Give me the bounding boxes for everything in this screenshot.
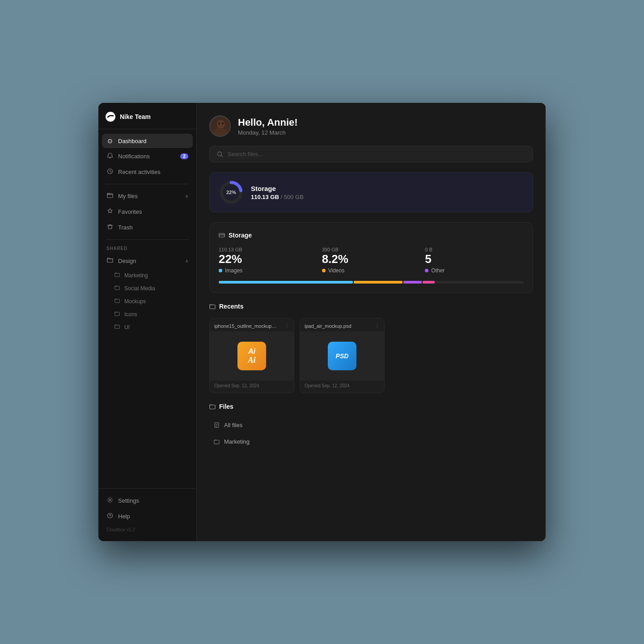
svg-point-11 (217, 120, 225, 129)
sidebar-sub-item-label-ui: UI (124, 324, 130, 330)
sidebar-item-favorites[interactable]: Favorites (102, 204, 193, 219)
svg-rect-3 (115, 286, 119, 290)
my-files-chevron: ∨ (185, 194, 188, 199)
trash-icon (106, 224, 114, 231)
sidebar-item-label-myfiles: My files (118, 193, 138, 199)
recents-section: Recents iphone15_outline_mockup.ai ⋮ Ai (209, 303, 533, 393)
search-icon (217, 151, 223, 157)
videos-dot (322, 269, 326, 272)
sidebar-item-notifications[interactable]: Notifications 2 (102, 149, 193, 164)
folder-icon-files (209, 403, 216, 410)
all-files-label: All files (224, 422, 242, 428)
sidebar-item-design[interactable]: Design ∧ (102, 254, 193, 268)
videos-label: Videos (328, 267, 344, 274)
psd-file-icon: PSD (328, 342, 356, 370)
file-menu-psd[interactable]: ⋮ (375, 323, 380, 329)
svg-rect-20 (210, 405, 215, 409)
file-card-ai[interactable]: iphone15_outline_mockup.ai ⋮ Ai Opened S… (209, 318, 294, 393)
stat-videos-gb: 390 GB (322, 247, 421, 252)
folder-icon-icons (114, 311, 120, 318)
svg-rect-5 (115, 312, 119, 316)
recents-title: Recents (219, 303, 243, 310)
sidebar-sub-item-ui[interactable]: UI (102, 321, 193, 333)
file-opened-ai: Opened Sep. 12, 2024 (210, 381, 294, 393)
stat-other-type: Other (425, 267, 524, 274)
svg-point-9 (110, 517, 110, 517)
images-label: Images (225, 267, 242, 274)
greeting: Hello, Annie! Monday, 12 March (238, 117, 298, 136)
files-section: Files All files (209, 403, 533, 449)
sidebar-item-label-notifications: Notifications (118, 153, 150, 160)
file-menu-ai[interactable]: ⋮ (284, 323, 289, 329)
brand-name: Nike Team (120, 113, 151, 120)
svg-point-7 (109, 499, 111, 501)
file-card-header-ai: iphone15_outline_mockup.ai ⋮ (210, 318, 294, 331)
avatar-image (210, 115, 230, 137)
stat-other-gb: 0 B (425, 247, 524, 252)
bar-pink (423, 281, 435, 284)
sidebar-item-trash[interactable]: Trash (102, 220, 193, 235)
sidebar-item-dashboard[interactable]: ⊙ Dashboard (102, 134, 193, 148)
main-inner: Hello, Annie! Monday, 12 March Search fi… (197, 103, 546, 541)
svg-rect-1 (107, 194, 113, 198)
greeting-name: Hello, Annie! (238, 117, 298, 128)
sidebar-item-label-design: Design (118, 258, 136, 264)
donut-label: 22% (219, 180, 244, 205)
ai-file-icon: Ai (237, 342, 266, 370)
sidebar-sub-item-social-media[interactable]: Social Media (102, 282, 193, 294)
sidebar-sub-item-label-mockups: Mockups (124, 298, 146, 305)
recents-header: Recents (209, 303, 533, 310)
marketing-folder-icon (214, 439, 220, 445)
sidebar-item-label-dashboard: Dashboard (118, 138, 147, 144)
sidebar-item-label-settings: Settings (118, 497, 139, 504)
svg-rect-4 (115, 299, 119, 303)
stat-videos: 390 GB 8.2% Videos (322, 247, 421, 274)
sidebar-item-label-trash: Trash (118, 224, 133, 231)
file-name-psd: ipad_air_mockup.psd (305, 323, 352, 329)
sidebar-item-recent-activities[interactable]: Recent activities (102, 165, 193, 179)
design-chevron: ∧ (185, 258, 188, 263)
sidebar-shared-nav: Design ∧ Marketing (98, 254, 196, 333)
marketing-label: Marketing (224, 438, 250, 445)
shared-label: SHARED (98, 244, 196, 254)
folder-icon-mockups (114, 298, 120, 305)
notifications-badge: 2 (180, 153, 188, 159)
recents-grid: iphone15_outline_mockup.ai ⋮ Ai Opened S… (209, 318, 533, 393)
folder-icon-recents (209, 303, 216, 309)
sidebar-nav: ⊙ Dashboard Notifications 2 (98, 134, 196, 179)
folder-icon-design (106, 257, 114, 265)
sidebar-sub-item-label-icons: Icons (124, 311, 137, 318)
file-name-ai: iphone15_outline_mockup.ai (214, 323, 277, 329)
sidebar-item-label-favorites: Favorites (118, 208, 142, 215)
images-dot (219, 269, 222, 272)
star-icon (106, 208, 114, 216)
sidebar-footer: Settings Help (98, 488, 196, 524)
svg-rect-22 (214, 440, 219, 444)
sidebar-sub-item-mockups[interactable]: Mockups (102, 295, 193, 307)
sidebar-sub-item-icons[interactable]: Icons (102, 308, 193, 320)
svg-point-14 (222, 123, 224, 125)
files-list-item-marketing[interactable]: Marketing (209, 435, 533, 449)
sidebar-sub-item-label-social: Social Media (124, 285, 155, 292)
sidebar-sub-item-marketing[interactable]: Marketing (102, 269, 193, 281)
svg-point-12 (215, 128, 227, 135)
brand-logo (106, 112, 115, 122)
files-list-item-all[interactable]: All files (209, 418, 533, 432)
my-files-icon (106, 192, 114, 200)
notifications-icon (106, 153, 114, 160)
storage-total: / 500 GB (281, 194, 304, 200)
svg-rect-19 (210, 305, 215, 309)
sidebar-item-my-files[interactable]: My files ∨ (102, 189, 193, 203)
sidebar-item-settings[interactable]: Settings (102, 493, 193, 508)
bar-images (219, 281, 353, 284)
storage-title: Storage (251, 185, 304, 192)
header-area: Hello, Annie! Monday, 12 March (209, 115, 533, 137)
search-bar[interactable]: Search files... (209, 146, 533, 162)
stat-videos-type: Videos (322, 267, 421, 274)
settings-icon (106, 497, 114, 504)
file-card-psd[interactable]: ipad_air_mockup.psd ⋮ PSD Opened Sep. 12… (300, 318, 385, 393)
sidebar-item-label-recent: Recent activities (118, 169, 161, 175)
sidebar-item-help[interactable]: Help (102, 509, 193, 524)
storage-used: 110.13 GB (251, 194, 279, 200)
avatar (209, 115, 231, 137)
